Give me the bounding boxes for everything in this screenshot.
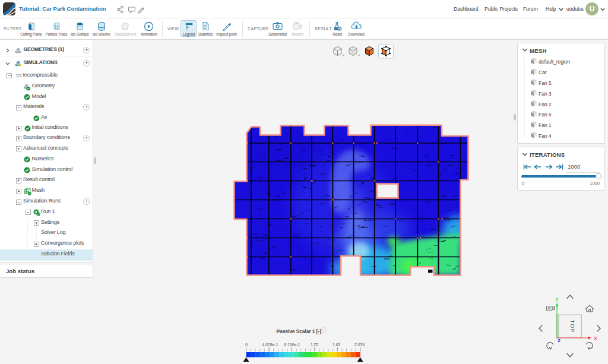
svg-text:1.63: 1.63 bbox=[332, 342, 340, 347]
svg-text:8.156e-1: 8.156e-1 bbox=[284, 342, 300, 347]
svg-text:0: 0 bbox=[245, 342, 248, 347]
svg-text:X: X bbox=[594, 335, 598, 341]
svg-text:Passive Scalar 1 [-]: Passive Scalar 1 [-] bbox=[276, 328, 321, 334]
svg-text:TOP: TOP bbox=[569, 320, 575, 333]
svg-text:y: y bbox=[556, 295, 559, 302]
svg-text:z: z bbox=[558, 337, 560, 343]
svg-text:2.039: 2.039 bbox=[354, 342, 365, 347]
svg-text:4.078e-1: 4.078e-1 bbox=[262, 342, 278, 347]
svg-text:1.22: 1.22 bbox=[311, 342, 318, 347]
